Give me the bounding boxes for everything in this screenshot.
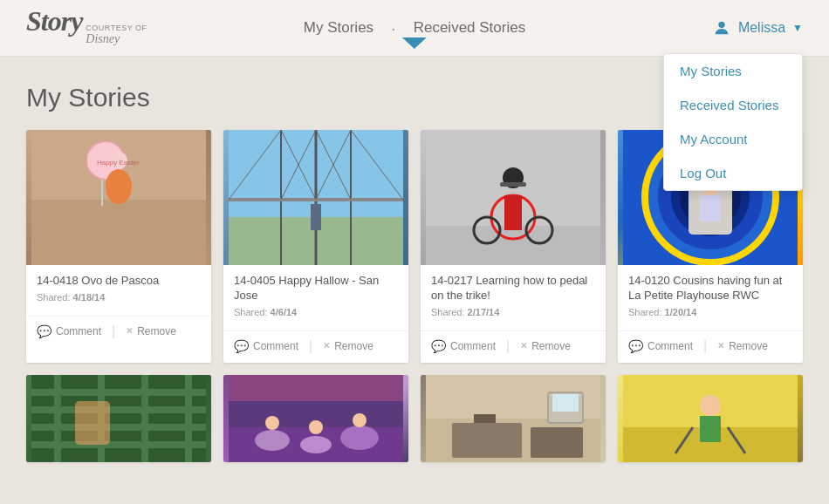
comment-button[interactable]: 💬 Comment [628, 339, 693, 353]
remove-icon: ✕ [520, 341, 527, 351]
story-actions: 💬 Comment | ✕ Remove [223, 330, 408, 363]
remove-icon: ✕ [126, 326, 133, 336]
user-icon [712, 18, 731, 37]
story-info: 14-0405 Happy Hallow - San Jose Shared: … [223, 265, 408, 330]
user-menu-area: Melissa ▼ My Stories Received Stories My… [712, 18, 803, 37]
svg-point-0 [718, 22, 724, 28]
svg-rect-20 [311, 204, 321, 230]
logo: Story courtesy of Disney [26, 5, 147, 51]
story-card [421, 375, 606, 462]
remove-label: Remove [729, 340, 768, 352]
story-info: 14-0217 Learning how to pedal on the tri… [421, 265, 606, 330]
comment-label: Comment [56, 325, 101, 337]
svg-rect-62 [552, 394, 579, 412]
action-separator: | [506, 338, 510, 354]
story-title: 14-0405 Happy Hallow - San Jose [234, 274, 398, 303]
comment-icon: 💬 [431, 339, 446, 353]
remove-button[interactable]: ✕ Remove [717, 340, 768, 352]
comment-icon: 💬 [37, 324, 51, 338]
story-date: Shared: 1/20/14 [628, 307, 792, 317]
username-label: Melissa [738, 20, 785, 36]
remove-label: Remove [137, 325, 176, 337]
comment-icon: 💬 [628, 339, 643, 353]
svg-text:Happy Easter: Happy Easter [97, 159, 140, 167]
svg-rect-47 [75, 401, 110, 445]
story-thumbnail[interactable] [618, 375, 803, 462]
comment-label: Comment [647, 340, 693, 352]
logo-courtesy-text: courtesy of [86, 24, 147, 32]
story-card: 14-0217 Learning how to pedal on the tri… [421, 130, 606, 363]
action-separator: | [112, 324, 115, 339]
comment-button[interactable]: 💬 Comment [431, 339, 496, 353]
story-thumbnail[interactable] [421, 375, 606, 462]
story-card: Happy Easter 14-0418 Ovo de Pascoa Share… [26, 130, 211, 363]
remove-icon: ✕ [717, 341, 724, 351]
story-actions: 💬 Comment | ✕ Remove [421, 330, 606, 363]
remove-label: Remove [531, 340, 571, 352]
story-actions: 💬 Comment | ✕ Remove [26, 316, 211, 348]
svg-rect-56 [229, 375, 403, 401]
story-title: 14-0120 Cousins having fun at La Petite … [628, 274, 792, 303]
story-date: Shared: 4/18/14 [37, 292, 201, 303]
story-card [26, 375, 211, 462]
comment-button[interactable]: 💬 Comment [37, 324, 101, 338]
nav-received-stories[interactable]: Received Stories [414, 19, 526, 37]
dropdown-my-account[interactable]: My Account [664, 122, 802, 156]
svg-rect-4 [101, 180, 103, 206]
logo-disney-text: Disney [86, 32, 147, 46]
remove-button[interactable]: ✕ Remove [126, 325, 176, 337]
story-title: 14-0418 Ovo de Pascoa [37, 274, 201, 289]
user-menu-button[interactable]: Melissa ▼ [712, 18, 803, 37]
svg-point-53 [265, 416, 279, 430]
svg-rect-63 [474, 414, 496, 423]
comment-label: Comment [253, 340, 298, 352]
svg-point-50 [255, 430, 290, 451]
action-separator: | [309, 338, 312, 354]
story-info: 14-0120 Cousins having fun at La Petite … [618, 265, 803, 330]
story-thumbnail[interactable]: Happy Easter [26, 130, 211, 265]
dropdown-my-stories[interactable]: My Stories [664, 54, 802, 88]
svg-rect-59 [452, 423, 522, 458]
nav-dot: · [391, 18, 396, 38]
story-thumbnail[interactable] [223, 130, 408, 265]
story-thumbnail[interactable] [223, 375, 408, 462]
nav-indicator [402, 37, 427, 49]
action-separator: | [703, 338, 707, 354]
dropdown-log-out[interactable]: Log Out [664, 156, 802, 190]
story-date: Shared: 4/6/14 [234, 307, 398, 317]
user-dropdown: My Stories Received Stories My Account L… [663, 53, 803, 191]
svg-rect-22 [426, 226, 600, 265]
story-card: 14-0405 Happy Hallow - San Jose Shared: … [223, 130, 408, 363]
svg-point-51 [300, 436, 332, 453]
svg-point-52 [340, 426, 379, 450]
svg-rect-24 [504, 195, 522, 230]
remove-button[interactable]: ✕ Remove [323, 340, 373, 352]
story-thumbnail[interactable] [26, 375, 211, 462]
chevron-down-icon: ▼ [792, 22, 803, 34]
story-thumbnail[interactable] [421, 130, 606, 265]
comment-icon: 💬 [234, 339, 249, 353]
svg-rect-67 [700, 416, 721, 442]
svg-rect-60 [531, 427, 583, 458]
svg-point-5 [106, 169, 132, 204]
story-title: 14-0217 Learning how to pedal on the tri… [431, 274, 595, 303]
svg-rect-36 [700, 195, 721, 221]
svg-point-54 [309, 420, 323, 434]
svg-point-66 [700, 395, 721, 416]
comment-button[interactable]: 💬 Comment [234, 339, 298, 353]
header: Story courtesy of Disney My Stories · Re… [0, 0, 829, 57]
story-card [618, 375, 803, 462]
svg-rect-26 [500, 182, 526, 187]
remove-icon: ✕ [323, 341, 330, 351]
remove-button[interactable]: ✕ Remove [520, 340, 571, 352]
logo-story-text: Story [26, 5, 82, 37]
main-nav: My Stories · Received Stories [304, 18, 525, 38]
story-date: Shared: 2/17/14 [431, 307, 595, 317]
nav-my-stories[interactable]: My Stories [304, 19, 373, 37]
story-actions: 💬 Comment | ✕ Remove [618, 330, 803, 363]
svg-point-55 [353, 413, 367, 427]
story-info: 14-0418 Ovo de Pascoa Shared: 4/18/14 [26, 265, 211, 316]
dropdown-received-stories[interactable]: Received Stories [664, 88, 802, 122]
remove-label: Remove [334, 340, 373, 352]
story-card [223, 375, 408, 462]
